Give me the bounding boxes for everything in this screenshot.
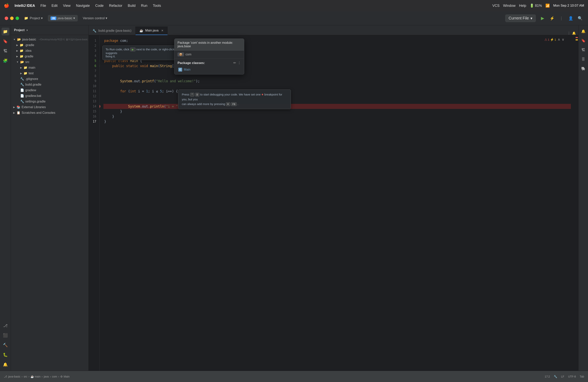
sidebar-project-icon[interactable]: 📁: [1, 28, 9, 35]
status-encoding[interactable]: UTF-8: [568, 375, 576, 378]
status-right: 17:2 🔧 LF UTF-8 Tab: [545, 375, 584, 378]
chevron-up-icon[interactable]: ∧: [558, 37, 560, 42]
more-icon[interactable]: ⋮: [238, 61, 241, 65]
sidebar-debug-icon[interactable]: 🐛: [1, 351, 9, 359]
code-line-15: }: [104, 109, 571, 114]
menu-view[interactable]: View: [63, 4, 71, 8]
tree-item-build-gradle[interactable]: 🔧 build.gradle: [11, 82, 88, 87]
menu-tools[interactable]: Tools: [153, 4, 161, 8]
branch-button[interactable]: JB java-basic ▾: [48, 15, 78, 21]
profile-button[interactable]: 👤: [567, 15, 574, 21]
right-notifications-icon[interactable]: 🔔: [580, 28, 587, 35]
more-button[interactable]: ⋮: [558, 15, 565, 21]
sidebar-structure-icon[interactable]: 🏗: [1, 47, 9, 55]
ctrl-key: ^: [190, 93, 194, 96]
code-line-14: System.out.println("i = " + i);: [104, 104, 571, 109]
left-sidebar: 📁 🔖 🏗 🧩 ⎇ ⬛ 🔨 🐛 🔔: [0, 25, 11, 371]
sidebar-git-icon[interactable]: ⎇: [1, 322, 9, 329]
tree-item-gradle[interactable]: ▶ 📁 .gradle: [11, 42, 88, 48]
tab-label: build.gradle (java-basic): [98, 29, 131, 32]
right-structure-icon[interactable]: 🏗: [580, 46, 587, 54]
tab-build-gradle[interactable]: 🔧 build.gradle (java-basic): [89, 26, 136, 35]
status-indent[interactable]: Tab: [580, 375, 584, 378]
status-bar: ⎇ java-basic › src › ☕ main › java › com…: [0, 371, 588, 382]
tree-item-gradle-folder[interactable]: ▶ 📁 gradle: [11, 53, 88, 59]
tab-settings-icon[interactable]: ⋮: [567, 31, 570, 35]
menu-build[interactable]: Build: [128, 4, 136, 8]
tree-item-gradlew[interactable]: 📄 gradlew: [11, 87, 88, 93]
menu-navigate[interactable]: Navigate: [76, 4, 90, 8]
services-button[interactable]: ⚡: [549, 15, 555, 21]
status-vcs-icon[interactable]: 🔧: [554, 375, 557, 378]
chevron-down-icon[interactable]: ∨: [562, 37, 564, 42]
scroll-gutter[interactable]: [575, 35, 578, 371]
minimize-button[interactable]: [10, 17, 14, 20]
cmd-key: ⌘: [226, 102, 230, 106]
tree-item-settings-gradle[interactable]: 🔧 settings.gradle: [11, 99, 88, 104]
tree-item-src[interactable]: ▼ 📂 src: [11, 59, 88, 65]
tree-item-idea[interactable]: ▶ 📁 .idea: [11, 48, 88, 53]
wifi-icon: 📶: [546, 3, 550, 8]
menu-edit[interactable]: Edit: [52, 4, 58, 8]
expand-icon: ▼: [13, 38, 16, 41]
tree-item-main[interactable]: ▶ 📁 main: [11, 65, 88, 70]
code-editor[interactable]: package com; ▶ public class Main { ▶ pub…: [100, 35, 575, 371]
gutter-error-indicator: [576, 37, 578, 38]
package-classes-actions: ✏ ⋮: [233, 61, 241, 65]
app-name[interactable]: IntelliJ IDEA: [15, 4, 35, 8]
line-num-11: 11: [90, 89, 98, 94]
breadcrumb-sep-1: ›: [21, 375, 22, 378]
tree-label: External Libraries: [21, 106, 46, 109]
right-bookmarks-icon[interactable]: 🔖: [580, 37, 587, 44]
code-line-11: for (int i = 1; i ≤ 5; i++) {: [104, 89, 571, 94]
project-header-chevron: ▾: [26, 29, 28, 32]
apple-icon[interactable]: 🍎: [4, 3, 9, 8]
project-folder-icon[interactable]: 📁 Project ▾: [22, 15, 45, 21]
tree-item-java-basic[interactable]: ▼ 📂 java-basic ~/Desktop/study/백문이 불어일타/…: [11, 37, 88, 42]
status-position[interactable]: 17:2: [545, 375, 550, 378]
menu-code[interactable]: Code: [95, 4, 104, 8]
menubar: 🍎 IntelliJ IDEA File Edit View Navigate …: [0, 0, 588, 11]
run-gutter-icon-6[interactable]: ▶: [100, 64, 100, 68]
tab-notifications-icon[interactable]: 🔔: [572, 31, 576, 35]
tree-item-scratches[interactable]: ▶ 📋 Scratches and Consoles: [11, 110, 88, 116]
gradle-file-icon: 🔧: [93, 29, 96, 33]
current-file-button[interactable]: Current File ▾: [505, 14, 536, 22]
version-control-button[interactable]: Version control ▾: [81, 15, 109, 21]
error-count: 1: [548, 38, 549, 41]
menu-file[interactable]: File: [41, 4, 46, 8]
tab-close-button[interactable]: ✕: [161, 29, 164, 32]
sidebar-bookmarks-icon[interactable]: 🔖: [1, 37, 9, 45]
package-class-item-main[interactable]: C Main: [178, 66, 241, 73]
tree-item-test[interactable]: ▶ 📁 test: [11, 70, 88, 76]
tab-main-java[interactable]: ☕ Main.java ✕: [136, 26, 168, 35]
run-gutter-icon-5[interactable]: ▶: [100, 58, 100, 64]
right-gradle-icon[interactable]: 🐘: [580, 65, 587, 72]
sidebar-terminal-icon[interactable]: ⬛: [1, 331, 9, 339]
menu-run[interactable]: Run: [141, 4, 147, 8]
tree-item-external-libraries[interactable]: ▶ 📚 External Libraries: [11, 104, 88, 110]
edit-icon[interactable]: ✏: [233, 61, 236, 65]
maximize-button[interactable]: [16, 17, 19, 20]
right-database-icon[interactable]: 🗄: [580, 56, 587, 63]
search-everywhere-button[interactable]: 🔍: [577, 15, 583, 21]
version-control-label: Version control ▾: [83, 16, 107, 20]
tree-item-gradlew-bat[interactable]: 📄 gradlew.bat: [11, 93, 88, 99]
tree-item-gitignore[interactable]: 🔧 .gitignore: [11, 76, 88, 82]
menu-vcs[interactable]: VCS: [492, 4, 500, 8]
line-num-12: 12: [90, 94, 98, 99]
sidebar-plugins-icon[interactable]: 🧩: [1, 57, 9, 64]
line-num-4: 4: [90, 53, 98, 58]
run-button[interactable]: ▶: [539, 15, 546, 22]
line-num-2: 2: [90, 43, 98, 48]
menu-help[interactable]: Help: [519, 4, 526, 8]
breadcrumb-sep-2: ›: [28, 375, 29, 378]
git-status[interactable]: ⎇ java-basic › src › ☕ main › java › com…: [4, 375, 70, 378]
breadcrumb-text: java-basic: [8, 375, 21, 378]
menu-refactor[interactable]: Refactor: [109, 4, 122, 8]
menu-window[interactable]: Window: [503, 4, 515, 8]
close-button[interactable]: [5, 17, 8, 20]
sidebar-build-icon[interactable]: 🔨: [1, 341, 9, 349]
status-lf[interactable]: LF: [561, 375, 564, 378]
sidebar-notifications-icon[interactable]: 🔔: [1, 361, 9, 368]
